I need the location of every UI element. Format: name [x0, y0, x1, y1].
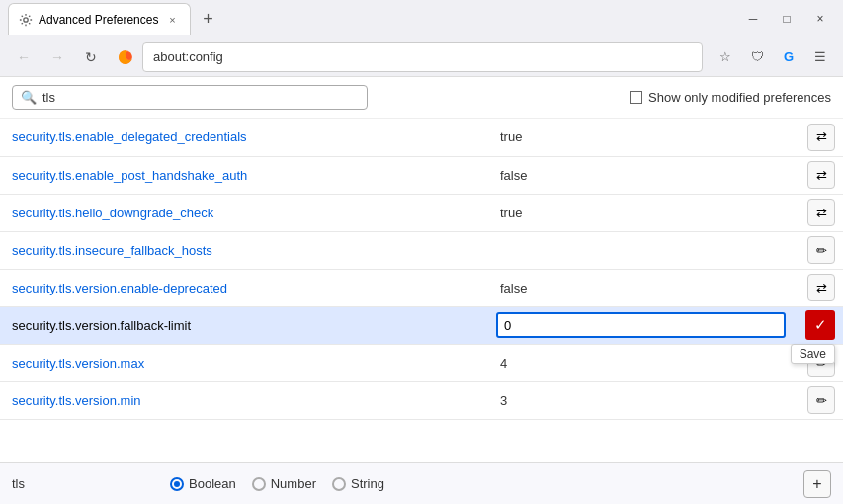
- pref-action-cell: ✏: [794, 381, 843, 419]
- table-row[interactable]: security.tls.insecure_fallback_hosts✏: [0, 231, 843, 269]
- pref-value-cell: true: [492, 194, 794, 231]
- table-row[interactable]: security.tls.version.enable-deprecatedfa…: [0, 269, 843, 306]
- nav-icons: ☆ 🛡 G ☰: [713, 44, 833, 70]
- svg-point-0: [24, 17, 28, 21]
- account-icon[interactable]: G: [776, 44, 801, 70]
- type-boolean-option[interactable]: Boolean: [170, 476, 236, 491]
- pref-name-cell: security.tls.hello_downgrade_check: [0, 194, 492, 231]
- toggle-button[interactable]: ⇄: [807, 161, 835, 189]
- firefox-logo-icon: [115, 46, 136, 68]
- pref-name-cell: security.tls.version.min: [0, 381, 492, 419]
- pref-action-cell: ⇄: [794, 119, 843, 156]
- pref-action-cell: ✓Save: [794, 306, 843, 344]
- tab-settings-icon: [19, 13, 33, 27]
- edit-button[interactable]: ✏: [807, 236, 835, 264]
- toggle-button[interactable]: ⇄: [807, 199, 835, 226]
- type-number-option[interactable]: Number: [252, 476, 316, 491]
- table-row[interactable]: security.tls.version.max4✏: [0, 344, 843, 381]
- new-preference-input[interactable]: [12, 476, 91, 491]
- pref-value-cell: [492, 231, 794, 269]
- new-tab-button[interactable]: +: [195, 6, 220, 32]
- search-input-wrap: 🔍: [12, 85, 368, 110]
- boolean-radio-inner: [174, 481, 180, 487]
- table-row[interactable]: security.tls.enable_delegated_credential…: [0, 119, 843, 156]
- pref-value-cell: true: [492, 119, 794, 156]
- search-icon: 🔍: [21, 90, 37, 105]
- save-tooltip: Save: [791, 344, 835, 364]
- prefs-table: security.tls.enable_delegated_credential…: [0, 119, 843, 420]
- edit-input[interactable]: [496, 312, 786, 338]
- table-row[interactable]: security.tls.version.fallback-limit✓Save: [0, 306, 843, 344]
- search-bar: 🔍 Show only modified preferences: [0, 77, 843, 119]
- window-controls: ─ □ ×: [738, 7, 835, 31]
- close-button[interactable]: ×: [805, 7, 835, 31]
- pref-action-cell: ⇄: [794, 269, 843, 306]
- type-radios: Boolean Number String: [170, 476, 384, 491]
- table-row[interactable]: security.tls.enable_post_handshake_authf…: [0, 156, 843, 194]
- preferences-list: security.tls.enable_delegated_credential…: [0, 119, 843, 462]
- nav-bar: ← → ↻ about:config ☆ 🛡 G ☰: [0, 38, 843, 77]
- bookmark-icon[interactable]: ☆: [713, 44, 738, 70]
- pref-action-cell: ✏: [794, 231, 843, 269]
- string-label: String: [351, 476, 384, 491]
- reload-button[interactable]: ↻: [77, 43, 105, 71]
- table-row[interactable]: security.tls.hello_downgrade_checktrue⇄: [0, 194, 843, 231]
- pref-name-cell: security.tls.enable_post_handshake_auth: [0, 156, 492, 194]
- pref-value-cell: 4: [492, 344, 794, 381]
- edit-button[interactable]: ✏: [807, 386, 835, 414]
- type-string-option[interactable]: String: [332, 476, 384, 491]
- boolean-label: Boolean: [189, 476, 236, 491]
- pref-value-cell: [492, 306, 794, 344]
- shield-icon[interactable]: 🛡: [744, 44, 770, 70]
- tab-title: Advanced Preferences: [39, 13, 158, 27]
- save-check-button[interactable]: ✓: [805, 310, 835, 340]
- modified-label: Show only modified preferences: [630, 90, 831, 105]
- maximize-button[interactable]: □: [772, 7, 801, 31]
- modified-checkbox[interactable]: [630, 91, 642, 104]
- number-radio-circle[interactable]: [252, 477, 266, 491]
- pref-value-cell: false: [492, 156, 794, 194]
- toggle-button[interactable]: ⇄: [807, 124, 835, 151]
- pref-name-cell: security.tls.insecure_fallback_hosts: [0, 231, 492, 269]
- bottom-bar: Boolean Number String +: [0, 462, 843, 504]
- pref-action-cell: ⇄: [794, 156, 843, 194]
- pref-name-cell: security.tls.version.max: [0, 344, 492, 381]
- menu-icon[interactable]: ☰: [807, 44, 833, 70]
- toggle-button[interactable]: ⇄: [807, 274, 835, 301]
- address-bar[interactable]: about:config: [142, 42, 703, 72]
- modified-label-text: Show only modified preferences: [648, 90, 831, 105]
- title-bar: Advanced Preferences × + ─ □ ×: [0, 0, 843, 38]
- pref-action-cell: ⇄: [794, 194, 843, 231]
- boolean-radio-circle[interactable]: [170, 477, 184, 491]
- browser-tab[interactable]: Advanced Preferences ×: [8, 3, 191, 35]
- minimize-button[interactable]: ─: [738, 7, 768, 31]
- pref-name-cell: security.tls.version.fallback-limit: [0, 306, 492, 344]
- tab-close-button[interactable]: ×: [164, 12, 180, 28]
- pref-name-cell: security.tls.version.enable-deprecated: [0, 269, 492, 306]
- save-button-wrap: ✓Save: [801, 310, 835, 340]
- pref-name-cell: security.tls.enable_delegated_credential…: [0, 119, 492, 156]
- string-radio-circle[interactable]: [332, 477, 346, 491]
- add-preference-button[interactable]: +: [803, 470, 831, 498]
- number-label: Number: [271, 476, 316, 491]
- search-input[interactable]: [42, 90, 359, 105]
- table-row[interactable]: security.tls.version.min3✏: [0, 381, 843, 419]
- back-button[interactable]: ←: [10, 43, 38, 71]
- main-content: 🔍 Show only modified preferences securit…: [0, 77, 843, 504]
- address-text: about:config: [153, 49, 223, 64]
- pref-value-cell: 3: [492, 381, 794, 419]
- forward-button[interactable]: →: [43, 43, 71, 71]
- pref-value-cell: false: [492, 269, 794, 306]
